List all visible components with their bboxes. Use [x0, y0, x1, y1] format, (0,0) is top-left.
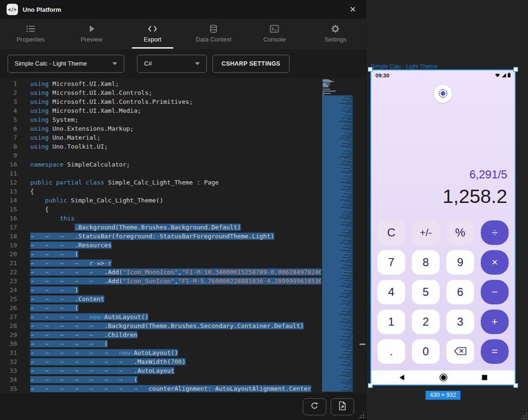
display-result: 1,258.2: [443, 184, 507, 209]
csharp-settings-button[interactable]: CSHARP SETTINGS: [213, 55, 290, 73]
code-line: .Background(Theme.Brushes.Background.Def…: [30, 223, 321, 232]
code-line: using Uno.Extensions.Markup;: [30, 124, 321, 133]
code-line: → → → .Resources: [30, 241, 321, 250]
status-time: 09:30: [375, 73, 389, 78]
display-expression: 6,291/5: [443, 168, 507, 182]
key-+/-[interactable]: +/-: [412, 220, 440, 245]
tab-preview[interactable]: Preview: [61, 19, 122, 49]
code-editor[interactable]: 1234567891011121314151617181920212223242…: [0, 78, 366, 393]
code-line: using Microsoft.UI.Xaml.Media;: [30, 106, 321, 115]
code-line: using Uno.Toolkit.UI;: [30, 142, 321, 151]
key-C[interactable]: C: [377, 220, 405, 245]
code-line: → → → → r·=>·r: [30, 259, 321, 268]
tab-settings[interactable]: Settings: [305, 19, 366, 49]
calculator-display: 6,291/5 1,258.2: [443, 168, 507, 209]
battery-icon: [508, 73, 511, 78]
code-line: public Simple_Calc_Light_Theme(): [30, 196, 321, 205]
key-5[interactable]: 5: [412, 280, 440, 304]
tab-console[interactable]: Console: [244, 19, 305, 49]
code-line: [30, 151, 321, 160]
device-size-badge: 430 × 932: [426, 391, 460, 400]
code-line: → → → → → → → .AutoLayout: [30, 366, 321, 375]
key-.[interactable]: .: [377, 339, 405, 364]
key-4[interactable]: 4: [377, 280, 405, 304]
selected-component-label[interactable]: Simple Calc - Light Theme: [371, 63, 437, 70]
code-content: using Microsoft.UI.Xaml;using Microsoft.…: [30, 79, 321, 393]
tab-label: Preview: [81, 36, 102, 43]
code-line: → → → → → .Children: [30, 330, 321, 339]
export-file-button[interactable]: [331, 398, 354, 415]
chevron-down-icon: [195, 62, 200, 65]
tab-properties[interactable]: Properties: [0, 19, 61, 49]
key-1[interactable]: 1: [377, 310, 405, 334]
key-backspace[interactable]: [446, 339, 474, 364]
tab-strip: Properties Preview Export Data Context: [0, 19, 366, 49]
tab-label: Export: [144, 36, 162, 43]
key-7[interactable]: 7: [377, 250, 405, 275]
code-line: → → → → → → → → counterAlignment:·AutoLa…: [30, 384, 321, 393]
code-line: namespace SimpleCalculator;: [30, 160, 321, 169]
wifi-icon: [495, 73, 500, 78]
tab-label: Console: [263, 36, 286, 43]
key-=[interactable]: =: [481, 339, 509, 364]
selection-handle-top-left[interactable]: [368, 67, 373, 72]
theme-toggle-button[interactable]: [434, 85, 452, 103]
key-8[interactable]: 8: [412, 250, 440, 275]
code-surface[interactable]: using Microsoft.UI.Xaml;using Microsoft.…: [23, 78, 321, 393]
key-%[interactable]: %: [446, 220, 474, 245]
nav-recents-icon[interactable]: [482, 375, 487, 380]
code-line: → → → → → (: [30, 339, 321, 348]
key-÷[interactable]: ÷: [481, 220, 509, 245]
tab-export[interactable]: Export: [122, 19, 183, 49]
code-line: {: [30, 187, 321, 196]
code-line: this: [30, 214, 321, 223]
tab-label: Settings: [324, 36, 347, 43]
language-dropdown[interactable]: C#: [137, 55, 207, 73]
scrollbar-rail[interactable]: [359, 78, 366, 393]
code-line: → → → (: [30, 303, 321, 312]
nav-home-icon[interactable]: [439, 373, 448, 382]
code-line: using Microsoft.UI.Xaml;: [30, 79, 321, 88]
export-file-icon: [338, 401, 347, 412]
component-dropdown-value: Simple Calc - Light Theme: [15, 60, 87, 67]
refresh-icon: [310, 401, 319, 412]
code-icon: [147, 25, 158, 33]
window-title: Uno Platform: [23, 6, 61, 13]
key-2[interactable]: 2: [412, 310, 440, 334]
tab-label: Data Context: [196, 36, 231, 43]
canvas-panel: Simple Calc - Light Theme 09:30: [366, 0, 528, 420]
database-icon: [209, 25, 218, 33]
backspace-icon: [454, 345, 467, 358]
code-line: → → → .Content: [30, 294, 321, 303]
uno-platform-window: </> Uno Platform × Properties Preview: [0, 0, 528, 420]
key-9[interactable]: 9: [446, 250, 474, 275]
phone-preview-frame[interactable]: 09:30 6,291/5 1,258.2 C+/-%÷789×456−123+…: [370, 69, 516, 386]
key-3[interactable]: 3: [446, 310, 474, 334]
line-number-gutter: 1234567891011121314151617181920212223242…: [0, 78, 23, 393]
nav-back-icon[interactable]: [399, 374, 405, 381]
refresh-button[interactable]: [303, 398, 326, 415]
code-line: → → → → → .Background(Theme.Brushes.Seco…: [30, 321, 321, 330]
tab-data-context[interactable]: Data Context: [183, 19, 244, 49]
selection-handle-top-right[interactable]: [513, 67, 518, 72]
key-×[interactable]: ×: [481, 250, 509, 275]
key-−[interactable]: −: [481, 280, 509, 304]
scrollbar-thumb[interactable]: [359, 344, 366, 345]
signal-icon: [502, 73, 506, 78]
key-+[interactable]: +: [481, 310, 509, 334]
minimap[interactable]: [321, 78, 359, 393]
key-6[interactable]: 6: [446, 280, 474, 304]
close-icon[interactable]: ×: [346, 4, 359, 15]
panel-resize-grip[interactable]: [358, 412, 365, 419]
key-0[interactable]: 0: [412, 339, 440, 364]
code-line: → → → .StatusBar(foreground:·StatusBarFo…: [30, 232, 321, 241]
code-line: using Uno.Material;: [30, 133, 321, 142]
code-line: [30, 169, 321, 178]
code-line: using Microsoft.UI.Xaml.Controls.Primiti…: [30, 97, 321, 106]
code-line: using System;: [30, 115, 321, 124]
code-line: → → → → → .Add("Icon_MoonIcon","F1·M·10.…: [30, 268, 321, 277]
export-toolbar: Simple Calc - Light Theme C# CSHARP SETT…: [0, 49, 366, 78]
code-line: {: [30, 205, 321, 214]
component-dropdown[interactable]: Simple Calc - Light Theme: [8, 55, 124, 73]
title-bar: </> Uno Platform ×: [0, 0, 366, 19]
